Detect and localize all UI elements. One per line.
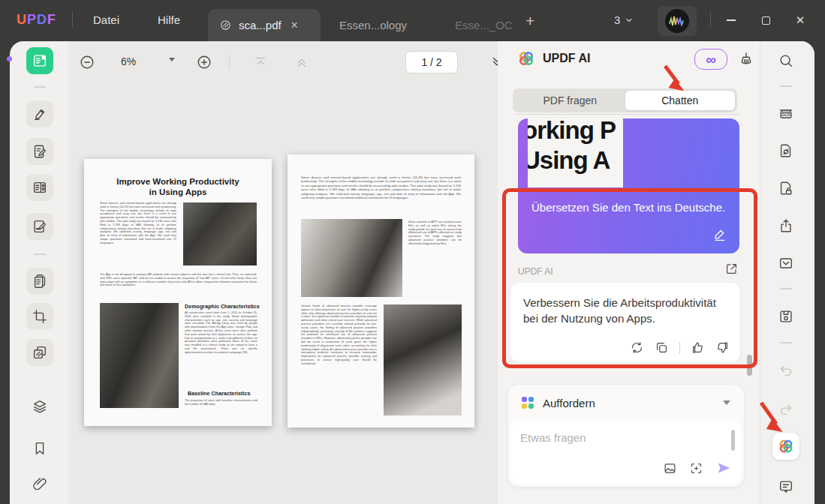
message-image-attachment: orking P Using A (528, 118, 623, 188)
titlebar-divider (710, 12, 711, 27)
chat-input-area[interactable] (511, 421, 741, 484)
tool-attachment[interactable] (26, 470, 53, 497)
pdf-page-2[interactable]: Smart devices and internet-based applica… (288, 154, 474, 428)
tab-label: Essen...ology (339, 19, 407, 32)
account-avatar[interactable] (658, 6, 697, 36)
thumbs-up-icon[interactable] (691, 340, 705, 355)
updf-ai-logo-icon (516, 49, 536, 68)
previous-pages-button[interactable] (294, 54, 310, 70)
tab-pdf-fragen[interactable]: PDF fragen (515, 91, 625, 110)
chat-divider (514, 114, 739, 115)
menu-hilfe[interactable]: Hilfe (158, 14, 180, 26)
tool-watermark[interactable] (26, 339, 53, 366)
infinity-icon: ∞ (706, 52, 716, 67)
tool-organize-pages[interactable] (26, 268, 53, 295)
zoom-in-button[interactable] (196, 54, 212, 70)
tool-save[interactable] (772, 303, 799, 330)
tab-count: 3 (614, 14, 620, 26)
tool-search[interactable] (772, 47, 799, 74)
save-icon (778, 308, 794, 325)
minimize-icon (727, 20, 736, 21)
document-tab-active[interactable]: sca...pdf ✕ (208, 9, 321, 41)
doc-text-block: Greater levels of advanced practice prov… (301, 304, 377, 414)
tool-sign[interactable] (26, 213, 53, 240)
ai-panel-title: UPDF AI (543, 52, 590, 65)
tool-comment[interactable] (26, 100, 53, 128)
chat-scrollbar[interactable] (747, 355, 752, 376)
tool-form[interactable] (26, 174, 53, 201)
tool-ocr[interactable]: OCR (772, 100, 799, 127)
input-actions (663, 460, 732, 476)
maximize-icon (762, 16, 770, 25)
tool-protect[interactable] (772, 175, 799, 202)
tool-mail[interactable] (772, 250, 799, 277)
image-icon[interactable] (663, 461, 677, 476)
maximize-button[interactable] (757, 13, 774, 28)
tool-reader[interactable] (26, 47, 53, 74)
tool-redo[interactable] (772, 395, 799, 422)
edit-icon (32, 143, 48, 160)
page-indicator[interactable]: 1 / 2 (405, 51, 458, 74)
chevron-down-icon (625, 16, 634, 25)
tool-layers[interactable] (26, 393, 53, 420)
input-scrollbar[interactable] (731, 430, 735, 451)
doc-photo-laptops (100, 303, 179, 408)
sidebar-divider (780, 288, 792, 290)
document-tab-2[interactable]: Essen...ology (329, 9, 417, 41)
regenerate-icon[interactable] (630, 340, 644, 355)
screenshot-icon[interactable] (689, 461, 703, 476)
document-tab-3[interactable]: Esse..._OC (444, 9, 523, 41)
tab-close-icon[interactable]: ✕ (291, 20, 299, 31)
convert-icon (778, 142, 794, 159)
minimize-button[interactable] (723, 13, 739, 28)
left-toolbar (10, 41, 69, 504)
actions-divider (679, 342, 680, 354)
avatar-waveform (665, 9, 689, 33)
prompt-dropdown[interactable]: Auffordern (522, 385, 730, 421)
svg-text:OCR: OCR (781, 112, 790, 117)
pdf-page-1[interactable]: Improve Working Productivity in Using Ap… (84, 159, 272, 426)
share-icon (778, 218, 794, 234)
tool-bookmark[interactable] (26, 435, 53, 462)
export-response-button[interactable] (724, 262, 739, 279)
mail-icon (778, 255, 794, 272)
scan-icon (218, 18, 233, 32)
first-page-button[interactable] (252, 54, 269, 70)
send-icon[interactable] (715, 460, 732, 476)
tool-updf-ai[interactable] (772, 433, 799, 460)
doc-photo-meeting (183, 202, 257, 266)
doc-text-block: The App is not designed to compare AR pa… (100, 273, 257, 297)
prompt-card: Auffordern (508, 385, 744, 487)
ask-input[interactable] (520, 431, 700, 444)
thumbs-down-icon[interactable] (715, 340, 730, 355)
right-toolbar: OCR (760, 41, 814, 504)
copy-icon[interactable] (655, 340, 669, 355)
tool-edit[interactable] (26, 138, 53, 165)
close-button[interactable]: ✕ (792, 13, 808, 28)
tool-undo[interactable] (772, 356, 799, 383)
redo-icon (778, 400, 794, 417)
doc-text-block: Smart devices and internet-based applica… (301, 176, 461, 212)
tool-share[interactable] (772, 212, 799, 239)
clear-chat-button[interactable] (738, 51, 754, 70)
zoom-out-button[interactable] (79, 54, 95, 70)
crop-icon (32, 308, 48, 325)
tool-convert[interactable] (772, 137, 799, 164)
sidebar-divider (34, 86, 46, 88)
tab-count-dropdown[interactable]: 3 (614, 14, 634, 26)
zoom-dropdown[interactable] (169, 58, 175, 62)
protect-lock-icon (778, 180, 794, 196)
user-message-text: Übersetzen Sie den Text ins Deutsche. (531, 201, 728, 214)
tool-comment-panel[interactable] (772, 473, 799, 500)
toolbar-divider (229, 55, 230, 70)
edit-message-button[interactable] (712, 226, 727, 244)
new-tab-button[interactable]: + (525, 12, 534, 30)
menu-datei[interactable]: Datei (93, 14, 119, 26)
tab-chatten[interactable]: Chatten (625, 91, 736, 110)
doc-text-block: Smart devices and internet-based applica… (100, 202, 176, 268)
comment-icon (778, 478, 794, 495)
tool-crop[interactable] (26, 303, 53, 330)
unlimited-badge[interactable]: ∞ (694, 49, 727, 70)
app-logo: UPDF (17, 12, 56, 28)
prompt-icon (522, 397, 534, 409)
